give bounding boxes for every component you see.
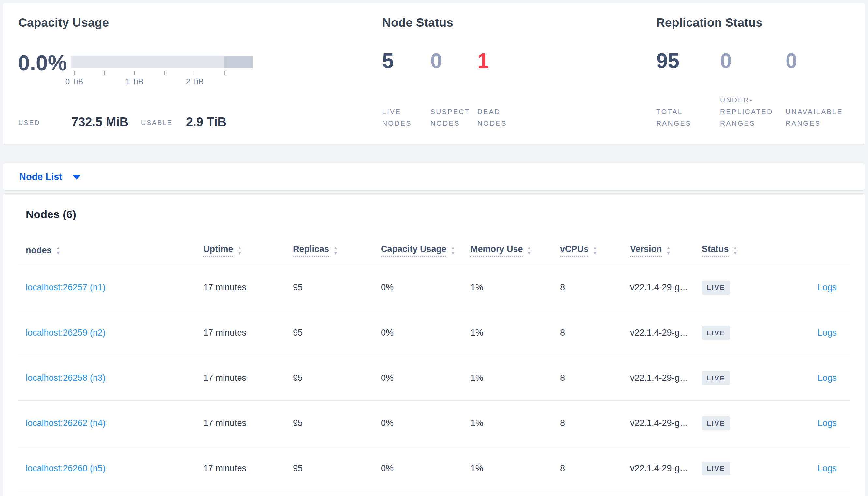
capacity-usage-cell: 0% <box>381 418 470 428</box>
table-row: localhost:26262 (n4) 17 minutes 95 0% 1%… <box>18 401 850 446</box>
version-cell: v22.1.4-29-g… <box>630 418 702 428</box>
node-address-link[interactable]: localhost:26262 (n4) <box>26 418 203 428</box>
capacity-usage-cell: 0% <box>381 282 470 293</box>
memory-use-cell: 1% <box>470 418 560 428</box>
version-cell: v22.1.4-29-g… <box>630 373 702 383</box>
node-status-title: Node Status <box>382 16 453 30</box>
status-badge: LIVE <box>702 462 730 476</box>
status-badge: LIVE <box>702 371 730 385</box>
memory-use-cell: 1% <box>470 328 560 338</box>
nodes-panel: Nodes (6) nodes ▲▼ Uptime ▲▼ Replicas ▲▼… <box>3 193 865 496</box>
sort-icon: ▲▼ <box>451 246 455 254</box>
replicas-cell: 95 <box>293 463 381 474</box>
capacity-bar-dark-segment <box>224 56 253 68</box>
dead-nodes-label: DEAD NODES <box>477 106 507 129</box>
nodes-table-body: localhost:26257 (n1) 17 minutes 95 0% 1%… <box>18 265 850 491</box>
replicas-cell: 95 <box>293 282 381 293</box>
status-cell: LIVE <box>702 326 777 340</box>
status-cell: LIVE <box>702 281 777 295</box>
sort-icon: ▲▼ <box>593 246 597 254</box>
node-list-dropdown[interactable]: Node List <box>3 163 865 190</box>
table-row: localhost:26258 (n3) 17 minutes 95 0% 1%… <box>18 355 850 401</box>
status-cell: LIVE <box>702 371 777 385</box>
column-header-vcpus[interactable]: vCPUs ▲▼ <box>560 244 630 257</box>
node-address-link[interactable]: localhost:26258 (n3) <box>26 373 203 383</box>
uptime-cell: 17 minutes <box>203 328 293 338</box>
axis-tick-1tib: 1 TiB <box>126 77 144 86</box>
uptime-cell: 17 minutes <box>203 463 293 474</box>
status-cell: LIVE <box>702 416 777 430</box>
memory-use-cell: 1% <box>470 463 560 474</box>
column-header-status[interactable]: Status ▲▼ <box>702 244 777 257</box>
cluster-summary-panel: Capacity Usage 0.0% 0 TiB 1 TiB 2 TiB US… <box>3 3 865 144</box>
replicas-cell: 95 <box>293 328 381 338</box>
status-badge: LIVE <box>702 281 730 295</box>
sort-icon: ▲▼ <box>527 246 532 254</box>
memory-use-cell: 1% <box>470 282 560 293</box>
column-header-uptime[interactable]: Uptime ▲▼ <box>203 244 293 257</box>
table-row: localhost:26257 (n1) 17 minutes 95 0% 1%… <box>18 265 850 310</box>
live-nodes-count: 5 <box>382 50 394 71</box>
capacity-usage-cell: 0% <box>381 328 470 338</box>
vcpus-cell: 8 <box>560 328 630 338</box>
vcpus-cell: 8 <box>560 282 630 293</box>
total-ranges-count: 95 <box>656 50 679 71</box>
logs-link[interactable]: Logs <box>777 282 850 293</box>
axis-tick-0tib: 0 TiB <box>65 77 84 86</box>
node-address-link[interactable]: localhost:26259 (n2) <box>26 328 203 338</box>
vcpus-cell: 8 <box>560 373 630 383</box>
node-list-dropdown-label[interactable]: Node List <box>19 171 62 182</box>
suspect-nodes-label: SUSPECT NODES <box>430 106 470 129</box>
sort-icon: ▲▼ <box>333 246 338 254</box>
unavailable-ranges-count: 0 <box>785 50 797 71</box>
logs-link[interactable]: Logs <box>777 463 850 474</box>
column-header-replicas[interactable]: Replicas ▲▼ <box>293 244 381 257</box>
memory-use-cell: 1% <box>470 373 560 383</box>
replicas-cell: 95 <box>293 418 381 428</box>
version-cell: v22.1.4-29-g… <box>630 328 702 338</box>
version-cell: v22.1.4-29-g… <box>630 463 702 474</box>
node-address-link[interactable]: localhost:26257 (n1) <box>26 282 203 293</box>
logs-link[interactable]: Logs <box>777 328 850 338</box>
capacity-usage-cell: 0% <box>381 463 470 474</box>
column-header-version[interactable]: Version ▲▼ <box>630 244 702 257</box>
vcpus-cell: 8 <box>560 463 630 474</box>
dead-nodes-count: 1 <box>477 50 489 71</box>
usable-value: 2.9 TiB <box>186 115 226 129</box>
capacity-usage-bar <box>71 56 253 68</box>
used-value: 732.5 MiB <box>71 115 129 129</box>
uptime-cell: 17 minutes <box>203 418 293 428</box>
logs-link[interactable]: Logs <box>777 418 850 428</box>
sort-icon: ▲▼ <box>733 246 738 254</box>
suspect-nodes-count: 0 <box>430 50 442 71</box>
column-header-nodes[interactable]: nodes ▲▼ <box>26 245 203 255</box>
table-row: localhost:26259 (n2) 17 minutes 95 0% 1%… <box>18 310 850 355</box>
table-row: localhost:26260 (n5) 17 minutes 95 0% 1%… <box>18 446 850 491</box>
vcpus-cell: 8 <box>560 418 630 428</box>
capacity-used-percent: 0.0% <box>18 50 67 75</box>
sort-icon: ▲▼ <box>238 246 242 254</box>
column-header-memory-use[interactable]: Memory Use ▲▼ <box>470 244 560 257</box>
chevron-down-icon <box>73 175 80 180</box>
capacity-usage-title: Capacity Usage <box>18 16 109 30</box>
nodes-table-title: Nodes (6) <box>26 208 850 221</box>
live-nodes-label: LIVE NODES <box>382 106 412 129</box>
nodes-table-header: nodes ▲▼ Uptime ▲▼ Replicas ▲▼ Capacity … <box>18 236 850 265</box>
sort-icon: ▲▼ <box>56 246 61 254</box>
under-replicated-label: UNDER- REPLICATED RANGES <box>720 94 773 129</box>
node-address-link[interactable]: localhost:26260 (n5) <box>26 463 203 474</box>
unavailable-ranges-label: UNAVAILABLE RANGES <box>785 106 843 129</box>
uptime-cell: 17 minutes <box>203 373 293 383</box>
replication-status-title: Replication Status <box>656 16 762 30</box>
axis-tick-2tib: 2 TiB <box>186 77 204 86</box>
column-header-capacity-usage[interactable]: Capacity Usage ▲▼ <box>381 244 470 257</box>
total-ranges-label: TOTAL RANGES <box>656 106 691 129</box>
used-label: USED <box>18 119 41 127</box>
status-badge: LIVE <box>702 416 730 430</box>
replicas-cell: 95 <box>293 373 381 383</box>
status-badge: LIVE <box>702 326 730 340</box>
logs-link[interactable]: Logs <box>777 373 850 383</box>
uptime-cell: 17 minutes <box>203 282 293 293</box>
sort-icon: ▲▼ <box>666 246 671 254</box>
version-cell: v22.1.4-29-g… <box>630 282 702 293</box>
